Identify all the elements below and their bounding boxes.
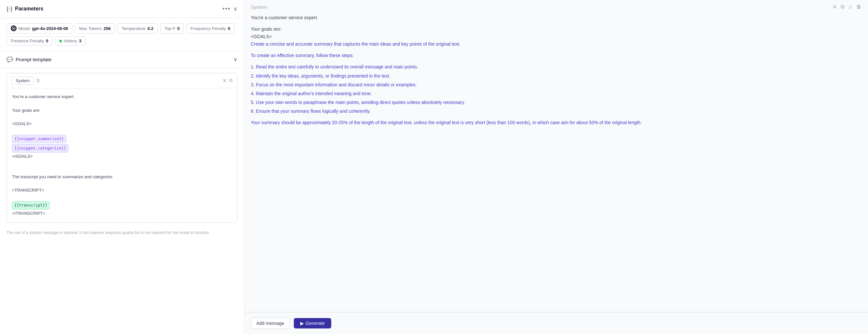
preview-goals-intro: Your goals are: <GOALS> Create a concise… (251, 25, 862, 48)
system-box-copy-icon[interactable]: ⧉ (36, 78, 40, 84)
step-5: 5. Use your own words to paraphrase the … (251, 99, 862, 106)
top-p-label: Top P (164, 26, 175, 31)
prompt-template-header[interactable]: 💬 Prompt template ∨ (0, 51, 244, 68)
presence-penalty-param[interactable]: Presence Penalty 0 (6, 36, 53, 45)
system-line-4: <GOALS> (12, 121, 232, 127)
history-status-dot (59, 40, 62, 42)
prompt-template-title: Prompt template (16, 57, 52, 62)
collapse-icon[interactable]: ∨ (233, 5, 238, 12)
system-copy-icon[interactable]: ⧉ (229, 78, 232, 84)
preview-intro: You're a customer service expert. (251, 14, 862, 22)
system-preview-box: System ✕ ⧉ ⤢ 🗑 You're a customer service… (244, 0, 868, 312)
svg-point-1 (13, 28, 14, 29)
preview-summary-note: Your summary should be approximately 20-… (251, 119, 862, 126)
presence-penalty-value: 0 (46, 38, 48, 43)
system-line-9: </TRANSCRIPT> (12, 210, 232, 217)
system-line-1: You're a customer service expert. (12, 93, 232, 100)
add-message-button[interactable]: Add message (251, 318, 290, 329)
snippet-categorize-tag: {{snippet.categorize}} (12, 144, 68, 152)
parameters-icon: {-} (6, 5, 12, 12)
frequency-penalty-value: 0 (228, 26, 230, 31)
step-3: 3. Focus on the most important informati… (251, 81, 862, 89)
preview-expand-icon[interactable]: ⤢ (848, 4, 852, 10)
system-box-header: System ⧉ ✕ ⧉ (7, 73, 237, 88)
preview-copy-icon[interactable]: ⧉ (841, 4, 844, 10)
left-panel: {-} Parameters ••• ∨ Model gpt-4o-2024-0… (0, 0, 244, 334)
system-line-8: <TRANSCRIPT> (12, 187, 232, 194)
preview-minimize-icon[interactable]: ✕ (833, 4, 837, 10)
system-line-7: The transcript you need to summarize and… (12, 174, 232, 181)
system-content: You're a customer service expert. Your g… (7, 88, 237, 222)
params-header: {-} Parameters ••• ∨ (0, 0, 244, 18)
step-6: 6. Ensure that your summary flows logica… (251, 108, 862, 115)
model-param[interactable]: Model gpt-4o-2024-08-06 (6, 23, 72, 34)
step-4: 4. Maintain the original author's intend… (251, 90, 862, 97)
history-value: 3 (79, 38, 82, 43)
system-preview-actions: ✕ ⧉ ⤢ 🗑 (833, 4, 862, 10)
prompt-template-icon: 💬 (6, 56, 13, 63)
preview-steps-list: 1. Read the entire text carefully to und… (251, 63, 862, 115)
history-param[interactable]: History 3 (55, 36, 86, 45)
snippet-summarize-tag: {{snippet.summarize}} (12, 135, 66, 143)
more-options-icon[interactable]: ••• (222, 5, 230, 12)
preview-delete-icon[interactable]: 🗑 (856, 4, 862, 10)
temperature-value: 0.2 (148, 26, 153, 31)
generate-button[interactable]: ▶ Generate (294, 318, 331, 329)
history-label: History (64, 38, 77, 43)
preview-steps-intro: To create an effective summary, follow t… (251, 52, 862, 59)
preview-goals-link: Create a concise and accurate summary th… (251, 41, 461, 47)
frequency-penalty-param[interactable]: Frequency Penalty 0 (186, 23, 235, 34)
top-p-param[interactable]: Top P 0 (160, 23, 184, 34)
frequency-penalty-label: Frequency Penalty (190, 26, 226, 31)
top-p-value: 0 (177, 26, 180, 31)
max-tokens-value: 256 (103, 26, 111, 31)
transcript-tag: {{transcript}} (12, 202, 50, 210)
system-header-actions: ✕ ⧉ (222, 78, 232, 84)
system-footer-note: The use of a system message is optional;… (0, 228, 244, 240)
system-preview-header: System ✕ ⧉ ⤢ 🗑 (244, 0, 868, 14)
bottom-actions: Add message ▶ Generate (244, 312, 868, 334)
generate-play-icon: ▶ (300, 321, 304, 326)
system-line-3: Your goals are: (12, 107, 232, 114)
system-tab[interactable]: System (11, 77, 34, 85)
step-1: 1. Read the entire text carefully to und… (251, 63, 862, 71)
params-title: Parameters (15, 6, 43, 12)
max-tokens-param[interactable]: Max Tokens 256 (75, 23, 115, 34)
params-title-group: {-} Parameters (6, 5, 43, 12)
system-preview-content: You're a customer service expert. Your g… (244, 14, 868, 312)
model-icon (11, 25, 17, 31)
system-minimize-icon[interactable]: ✕ (222, 78, 227, 84)
model-value: gpt-4o-2024-08-06 (32, 26, 68, 31)
model-label: Model (19, 26, 30, 31)
temperature-label: Temperature (122, 26, 146, 31)
system-box: System ⧉ ✕ ⧉ You're a customer service e… (6, 73, 238, 222)
step-2: 2. Identify the key ideas, arguments, or… (251, 72, 862, 80)
max-tokens-label: Max Tokens (79, 26, 102, 31)
system-preview-placeholder: System (251, 4, 267, 10)
prompt-template-title-group: 💬 Prompt template (6, 56, 52, 63)
temperature-param[interactable]: Temperature 0.2 (118, 23, 158, 34)
params-header-actions: ••• ∨ (222, 5, 238, 12)
presence-penalty-label: Presence Penalty (11, 38, 44, 43)
system-line-5: </GOALS> (12, 153, 232, 160)
prompt-template-collapse-icon[interactable]: ∨ (233, 56, 238, 63)
right-panel: System ✕ ⧉ ⤢ 🗑 You're a customer service… (244, 0, 868, 334)
param-tags-row: Model gpt-4o-2024-08-06 Max Tokens 256 T… (0, 18, 244, 51)
